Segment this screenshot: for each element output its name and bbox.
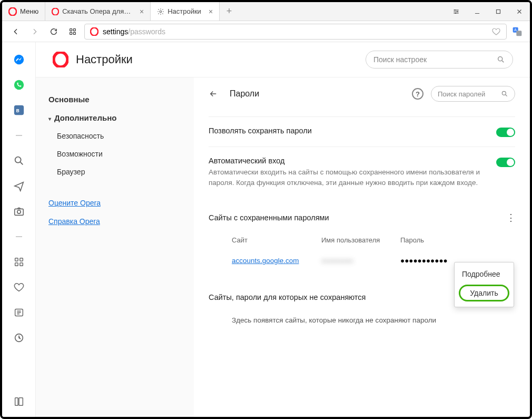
svg-point-4	[457, 11, 458, 12]
page-title: Настройки	[76, 53, 133, 66]
auto-login-toggle[interactable]	[496, 158, 515, 167]
separator	[12, 230, 26, 243]
col-password: Пароль	[400, 236, 515, 244]
nav-advanced[interactable]: ▾Дополнительно	[48, 109, 181, 127]
svg-rect-22	[15, 258, 18, 261]
window-controls	[446, 2, 530, 21]
nav-features[interactable]: Возможности	[48, 145, 181, 163]
nav-basic[interactable]: Основные	[48, 90, 181, 109]
history-icon[interactable]	[12, 331, 26, 345]
maximize-button[interactable]	[488, 2, 509, 21]
settings-search-placeholder: Поиск настроек	[373, 55, 427, 64]
tab-label: Настройки	[168, 7, 201, 15]
nav-rate-opera[interactable]: Оцените Opera	[48, 199, 101, 207]
svg-point-11	[91, 27, 98, 35]
new-tab-button[interactable]: +	[220, 2, 239, 21]
close-icon[interactable]: ×	[140, 7, 144, 16]
tabs-row: Скачать Опера для комп... × Настройки × …	[45, 2, 446, 21]
password-search-placeholder: Поиск паролей	[438, 90, 485, 98]
reload-button[interactable]	[46, 24, 61, 39]
svg-rect-13	[516, 31, 521, 36]
back-arrow-icon[interactable]	[209, 89, 218, 99]
translate-button[interactable]: A	[511, 25, 524, 38]
speed-dial-button[interactable]	[65, 24, 80, 39]
opera-logo-icon	[90, 27, 98, 36]
svg-rect-25	[19, 263, 23, 266]
tab-settings[interactable]: Настройки ×	[151, 2, 220, 21]
allow-save-passwords-row: Позволять сохранять пароли	[209, 116, 515, 147]
nav-security[interactable]: Безопасность	[48, 127, 181, 145]
svg-point-30	[54, 52, 67, 67]
context-menu-details[interactable]: Подробнее	[455, 266, 514, 282]
bookmarks-icon[interactable]	[12, 280, 26, 294]
nav-help-opera[interactable]: Справка Opera	[48, 217, 100, 226]
menu-label: Меню	[20, 7, 38, 15]
heart-icon[interactable]	[491, 27, 501, 36]
address-bar[interactable]: settings/passwords	[84, 24, 507, 40]
nav-browser[interactable]: Браузер	[48, 163, 181, 181]
saved-username: xxxxxxxxx	[321, 257, 400, 265]
address-bar-row: settings/passwords A	[2, 21, 530, 42]
help-icon[interactable]: ?	[412, 88, 423, 100]
never-sites-empty-text: Здесь появятся сайты, которые никогда не…	[209, 309, 515, 332]
svg-rect-23	[19, 258, 23, 261]
row-context-menu: Подробнее Удалить	[454, 262, 514, 307]
svg-point-16	[14, 80, 23, 90]
search-icon	[501, 90, 508, 98]
snapshot-icon[interactable]	[12, 204, 26, 218]
opera-logo-icon	[8, 7, 17, 16]
svg-point-0	[9, 7, 16, 15]
forward-button[interactable]	[27, 24, 42, 39]
allow-save-passwords-toggle[interactable]	[496, 128, 515, 137]
col-user: Имя пользователя	[321, 236, 400, 244]
separator	[12, 129, 26, 142]
tab-label: Скачать Опера для комп...	[62, 7, 132, 15]
svg-rect-10	[73, 32, 75, 34]
svg-rect-9	[70, 32, 72, 34]
saved-sites-title: Сайты с сохраненными паролями ⋮	[209, 212, 515, 223]
opera-logo-icon	[53, 52, 68, 67]
minimize-button[interactable]	[467, 2, 488, 21]
auto-login-title: Автоматический вход	[209, 157, 486, 165]
news-icon[interactable]	[12, 306, 26, 319]
close-window-button[interactable]	[509, 2, 530, 21]
svg-point-19	[15, 157, 21, 163]
context-menu-delete[interactable]: Удалить	[459, 285, 509, 301]
vk-icon[interactable]: в	[12, 103, 26, 117]
svg-rect-6	[497, 9, 500, 13]
opera-menu-button[interactable]: Меню	[2, 2, 45, 21]
whatsapp-icon[interactable]	[12, 78, 26, 92]
svg-point-3	[455, 9, 456, 10]
svg-point-32	[502, 91, 506, 95]
search-sidebar-icon[interactable]	[12, 154, 26, 168]
titlebar: Меню Скачать Опера для комп... × Настрой…	[2, 2, 530, 21]
password-search-input[interactable]: Поиск паролей	[431, 86, 515, 102]
url-text: settings/passwords	[103, 27, 165, 36]
svg-point-1	[52, 8, 58, 15]
chevron-down-icon: ▾	[48, 116, 51, 122]
svg-rect-7	[70, 28, 72, 31]
send-icon[interactable]	[12, 179, 26, 193]
close-icon[interactable]: ×	[209, 7, 213, 16]
tab-download-opera[interactable]: Скачать Опера для комп... ×	[45, 2, 151, 21]
svg-point-5	[455, 12, 456, 13]
svg-point-21	[17, 210, 20, 213]
mini-sidebar: в	[2, 42, 36, 417]
settings-panel: Пароли ? Поиск паролей Позволять сохраня…	[194, 77, 530, 417]
settings-header: Настройки Поиск настроек	[36, 42, 530, 77]
extensions-icon[interactable]	[12, 255, 26, 269]
messenger-icon[interactable]	[12, 53, 26, 66]
more-menu-icon[interactable]: ⋮	[506, 212, 515, 223]
easy-setup-button[interactable]	[446, 2, 467, 21]
settings-search-input[interactable]: Поиск настроек	[366, 51, 513, 69]
opera-logo-icon	[52, 8, 59, 15]
sidebar-settings-icon[interactable]	[12, 395, 26, 408]
saved-site-link[interactable]: accounts.google.com	[232, 257, 299, 265]
settings-nav: Основные ▾Дополнительно Безопасность Воз…	[36, 77, 194, 417]
svg-rect-28	[15, 398, 18, 406]
svg-text:в: в	[16, 108, 19, 113]
gear-icon	[157, 8, 164, 15]
back-button[interactable]	[8, 24, 23, 39]
auto-login-desc: Автоматически входить на сайты с помощью…	[209, 167, 486, 188]
search-icon	[497, 55, 505, 64]
